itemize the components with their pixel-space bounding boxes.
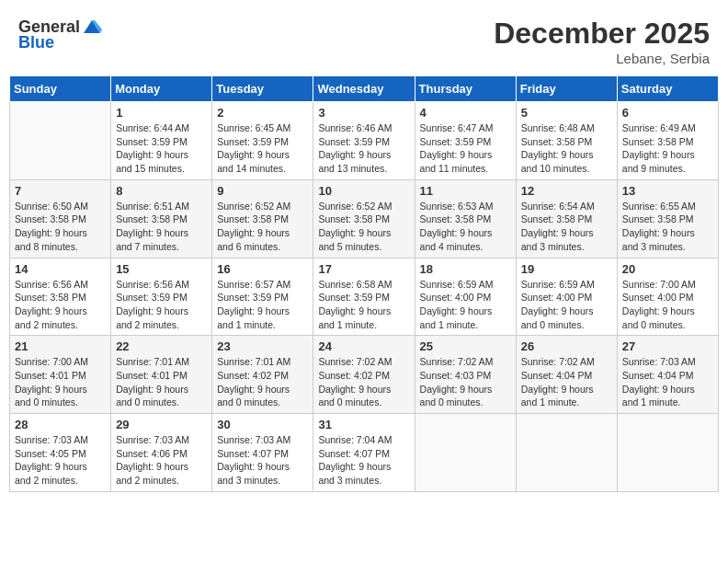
- day-number: 29: [116, 418, 207, 431]
- day-number: 19: [521, 262, 612, 276]
- calendar-cell: 20Sunrise: 7:00 AM Sunset: 4:00 PM Dayli…: [617, 258, 718, 336]
- day-number: 15: [116, 262, 207, 276]
- day-number: 12: [521, 184, 612, 198]
- day-info: Sunrise: 6:47 AM Sunset: 3:59 PM Dayligh…: [420, 121, 511, 176]
- logo-blue: Blue: [18, 33, 54, 52]
- calendar-table: SundayMondayTuesdayWednesdayThursdayFrid…: [9, 75, 719, 492]
- week-row-3: 14Sunrise: 6:56 AM Sunset: 3:58 PM Dayli…: [10, 258, 719, 336]
- calendar-cell: 23Sunrise: 7:01 AM Sunset: 4:02 PM Dayli…: [212, 336, 313, 414]
- day-info: Sunrise: 6:54 AM Sunset: 3:58 PM Dayligh…: [521, 200, 612, 254]
- day-number: 8: [116, 184, 207, 198]
- calendar-cell: 2Sunrise: 6:45 AM Sunset: 3:59 PM Daylig…: [212, 102, 313, 180]
- calendar-cell: 9Sunrise: 6:52 AM Sunset: 3:58 PM Daylig…: [212, 179, 313, 258]
- day-number: 22: [116, 339, 207, 353]
- calendar-cell: 15Sunrise: 6:56 AM Sunset: 3:59 PM Dayli…: [111, 258, 212, 336]
- day-number: 7: [15, 184, 106, 198]
- calendar-cell: 16Sunrise: 6:57 AM Sunset: 3:59 PM Dayli…: [212, 258, 313, 336]
- calendar-cell: 13Sunrise: 6:55 AM Sunset: 3:58 PM Dayli…: [617, 179, 718, 258]
- day-number: 30: [217, 418, 308, 431]
- calendar-cell: 14Sunrise: 6:56 AM Sunset: 3:58 PM Dayli…: [10, 258, 111, 336]
- calendar-cell: 7Sunrise: 6:50 AM Sunset: 3:58 PM Daylig…: [10, 179, 111, 258]
- day-number: 3: [318, 106, 409, 120]
- calendar-cell: 26Sunrise: 7:02 AM Sunset: 4:04 PM Dayli…: [516, 336, 617, 414]
- day-info: Sunrise: 6:52 AM Sunset: 3:58 PM Dayligh…: [217, 200, 308, 254]
- day-info: Sunrise: 7:00 AM Sunset: 4:00 PM Dayligh…: [622, 278, 713, 332]
- day-info: Sunrise: 7:03 AM Sunset: 4:05 PM Dayligh…: [15, 433, 106, 488]
- calendar-cell: 19Sunrise: 6:59 AM Sunset: 4:00 PM Dayli…: [516, 258, 617, 336]
- day-number: 18: [420, 262, 511, 276]
- day-info: Sunrise: 6:46 AM Sunset: 3:59 PM Dayligh…: [318, 121, 409, 176]
- calendar-cell: 29Sunrise: 7:03 AM Sunset: 4:06 PM Dayli…: [111, 414, 212, 492]
- calendar-cell: 3Sunrise: 6:46 AM Sunset: 3:59 PM Daylig…: [313, 102, 415, 180]
- calendar-cell: 6Sunrise: 6:49 AM Sunset: 3:58 PM Daylig…: [617, 102, 718, 180]
- day-info: Sunrise: 7:01 AM Sunset: 4:01 PM Dayligh…: [116, 355, 207, 409]
- header-thursday: Thursday: [415, 76, 516, 102]
- day-info: Sunrise: 7:04 AM Sunset: 4:07 PM Dayligh…: [318, 433, 409, 488]
- calendar-cell: 25Sunrise: 7:02 AM Sunset: 4:03 PM Dayli…: [415, 336, 516, 414]
- calendar-cell: 22Sunrise: 7:01 AM Sunset: 4:01 PM Dayli…: [111, 336, 212, 414]
- calendar-cell: 21Sunrise: 7:00 AM Sunset: 4:01 PM Dayli…: [10, 336, 111, 414]
- day-info: Sunrise: 6:56 AM Sunset: 3:59 PM Dayligh…: [116, 278, 207, 332]
- day-number: 17: [318, 262, 409, 276]
- header-tuesday: Tuesday: [212, 76, 313, 102]
- day-info: Sunrise: 6:58 AM Sunset: 3:59 PM Dayligh…: [318, 278, 409, 332]
- calendar-cell: 4Sunrise: 6:47 AM Sunset: 3:59 PM Daylig…: [415, 102, 516, 180]
- week-row-5: 28Sunrise: 7:03 AM Sunset: 4:05 PM Dayli…: [10, 414, 719, 492]
- day-number: 21: [15, 339, 106, 353]
- calendar-cell: 31Sunrise: 7:04 AM Sunset: 4:07 PM Dayli…: [313, 414, 415, 492]
- day-info: Sunrise: 7:00 AM Sunset: 4:01 PM Dayligh…: [15, 355, 106, 409]
- day-number: 20: [622, 262, 713, 276]
- day-number: 24: [318, 339, 409, 353]
- calendar-cell: 10Sunrise: 6:52 AM Sunset: 3:58 PM Dayli…: [313, 179, 415, 258]
- logo-icon: [82, 17, 102, 37]
- day-info: Sunrise: 6:48 AM Sunset: 3:58 PM Dayligh…: [521, 121, 612, 176]
- day-number: 5: [521, 106, 612, 120]
- day-number: 16: [217, 262, 308, 276]
- calendar-cell: 18Sunrise: 6:59 AM Sunset: 4:00 PM Dayli…: [415, 258, 516, 336]
- day-info: Sunrise: 7:03 AM Sunset: 4:04 PM Dayligh…: [622, 355, 713, 409]
- header-sunday: Sunday: [10, 76, 111, 102]
- calendar-header-row: SundayMondayTuesdayWednesdayThursdayFrid…: [10, 76, 719, 102]
- day-info: Sunrise: 6:44 AM Sunset: 3:59 PM Dayligh…: [116, 121, 207, 176]
- day-info: Sunrise: 7:02 AM Sunset: 4:04 PM Dayligh…: [521, 355, 612, 409]
- header-saturday: Saturday: [617, 76, 718, 102]
- day-info: Sunrise: 6:52 AM Sunset: 3:58 PM Dayligh…: [318, 200, 409, 254]
- calendar-cell: [617, 414, 718, 492]
- day-info: Sunrise: 6:50 AM Sunset: 3:58 PM Dayligh…: [15, 200, 106, 254]
- day-number: 23: [217, 339, 308, 353]
- day-info: Sunrise: 6:53 AM Sunset: 3:58 PM Dayligh…: [420, 200, 511, 254]
- location-subtitle: Lebane, Serbia: [494, 51, 710, 66]
- calendar-cell: 17Sunrise: 6:58 AM Sunset: 3:59 PM Dayli…: [313, 258, 415, 336]
- day-info: Sunrise: 6:51 AM Sunset: 3:58 PM Dayligh…: [116, 200, 207, 254]
- header-monday: Monday: [111, 76, 212, 102]
- day-info: Sunrise: 6:56 AM Sunset: 3:58 PM Dayligh…: [15, 278, 106, 332]
- day-info: Sunrise: 6:59 AM Sunset: 4:00 PM Dayligh…: [521, 278, 612, 332]
- day-info: Sunrise: 7:01 AM Sunset: 4:02 PM Dayligh…: [217, 355, 308, 409]
- week-row-4: 21Sunrise: 7:00 AM Sunset: 4:01 PM Dayli…: [10, 336, 719, 414]
- day-info: Sunrise: 6:59 AM Sunset: 4:00 PM Dayligh…: [420, 278, 511, 332]
- day-info: Sunrise: 7:02 AM Sunset: 4:03 PM Dayligh…: [420, 355, 511, 409]
- calendar-cell: 12Sunrise: 6:54 AM Sunset: 3:58 PM Dayli…: [516, 179, 617, 258]
- day-info: Sunrise: 6:57 AM Sunset: 3:59 PM Dayligh…: [217, 278, 308, 332]
- page-header: General Blue December 2025 Lebane, Serbi…: [9, 9, 719, 70]
- calendar-cell: 28Sunrise: 7:03 AM Sunset: 4:05 PM Dayli…: [10, 414, 111, 492]
- calendar-cell: [516, 414, 617, 492]
- day-number: 14: [15, 262, 106, 276]
- day-number: 25: [420, 339, 511, 353]
- day-info: Sunrise: 7:03 AM Sunset: 4:07 PM Dayligh…: [217, 433, 308, 488]
- day-info: Sunrise: 6:45 AM Sunset: 3:59 PM Dayligh…: [217, 121, 308, 176]
- day-number: 11: [420, 184, 511, 198]
- calendar-cell: 5Sunrise: 6:48 AM Sunset: 3:58 PM Daylig…: [516, 102, 617, 180]
- calendar-cell: 11Sunrise: 6:53 AM Sunset: 3:58 PM Dayli…: [415, 179, 516, 258]
- day-number: 6: [622, 106, 713, 120]
- day-number: 26: [521, 339, 612, 353]
- month-year-title: December 2025: [494, 17, 710, 51]
- day-number: 13: [622, 184, 713, 198]
- day-number: 1: [116, 106, 207, 120]
- day-number: 31: [318, 418, 409, 431]
- calendar-cell: 30Sunrise: 7:03 AM Sunset: 4:07 PM Dayli…: [212, 414, 313, 492]
- day-number: 2: [217, 106, 308, 120]
- header-friday: Friday: [516, 76, 617, 102]
- day-number: 28: [15, 418, 106, 431]
- logo: General Blue: [18, 17, 102, 52]
